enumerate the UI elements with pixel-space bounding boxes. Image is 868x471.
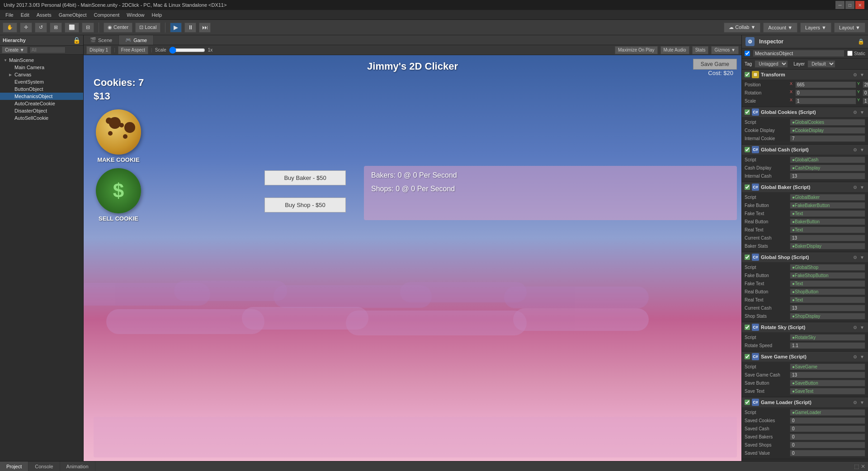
comp-rotatesky-checkbox[interactable] xyxy=(745,325,750,330)
gs-more-btn[interactable]: ▼ xyxy=(859,255,865,260)
component-save-game-header[interactable]: C# Save Game (Script) ⚙▼ xyxy=(742,352,868,362)
comp-transform-checkbox[interactable] xyxy=(745,72,750,77)
gc-settings-btn[interactable]: ⚙ xyxy=(852,110,858,115)
scale-x[interactable] xyxy=(795,98,856,104)
menu-window[interactable]: Window xyxy=(123,11,148,19)
rotate-tool-button[interactable]: ↺ xyxy=(35,23,47,33)
maximize-button[interactable]: □ xyxy=(845,1,854,9)
save-game-button[interactable]: Save Game xyxy=(693,59,737,70)
comp-settings-btn[interactable]: ⚙ xyxy=(852,72,858,77)
gb-settings-btn[interactable]: ⚙ xyxy=(852,185,858,190)
component-global-shop-header[interactable]: C# Global Shop (Script) ⚙▼ xyxy=(742,252,868,262)
minimize-button[interactable]: ─ xyxy=(835,1,844,9)
comp-savegame-checkbox[interactable] xyxy=(745,354,750,359)
hierarchy-lock-icon[interactable]: 🔒 xyxy=(73,37,80,44)
step-button[interactable]: ⏭ xyxy=(199,23,211,33)
menu-help[interactable]: Help xyxy=(148,11,165,19)
move-tool-button[interactable]: ✛ xyxy=(20,23,32,33)
center-button[interactable]: ◉ Center xyxy=(104,23,132,33)
hierarchy-create-button[interactable]: Create ▼ xyxy=(2,47,28,53)
gl-more-btn[interactable]: ▼ xyxy=(859,400,865,405)
maximize-on-play-button[interactable]: Maximize On Play xyxy=(615,46,658,54)
component-rotate-sky-header[interactable]: C# Rotate Sky (Script) ⚙▼ xyxy=(742,322,868,332)
hierarchy-item-canvas[interactable]: ▶ Canvas xyxy=(0,71,83,78)
object-name-field[interactable] xyxy=(753,50,844,57)
make-cookie-button[interactable]: MAKE COOKIE xyxy=(94,109,143,163)
comp-globalshop-checkbox[interactable] xyxy=(745,254,750,260)
object-active-checkbox[interactable] xyxy=(745,51,750,56)
layer-select[interactable]: Default xyxy=(807,60,835,68)
hierarchy-item-buttonobject[interactable]: ButtonObject xyxy=(0,85,83,93)
component-global-cash-header[interactable]: C# Global Cash (Script) ⚙▼ xyxy=(742,145,868,155)
scale-y[interactable] xyxy=(863,98,868,104)
static-checkbox[interactable] xyxy=(847,51,853,56)
rot-y[interactable] xyxy=(863,89,868,96)
gb-more-btn[interactable]: ▼ xyxy=(859,185,865,190)
tab-animation[interactable]: Animation xyxy=(60,462,95,471)
transform-tool-button[interactable]: ⊟ xyxy=(82,23,94,33)
comp-gameloader-checkbox[interactable] xyxy=(745,400,750,405)
tab-game[interactable]: 🎮 Game xyxy=(119,35,154,45)
component-global-baker-header[interactable]: C# Global Baker (Script) ⚙▼ xyxy=(742,182,868,192)
sg-more-btn[interactable]: ▼ xyxy=(859,354,865,359)
buy-shop-button[interactable]: Buy Shop - $50 xyxy=(264,198,346,212)
account-button[interactable]: Account ▼ xyxy=(763,23,797,33)
rot-x[interactable] xyxy=(795,89,856,96)
gs-settings-btn[interactable]: ⚙ xyxy=(852,255,858,260)
tab-scene[interactable]: 🎬 Scene xyxy=(84,35,119,45)
sell-cookie-button[interactable]: $ SELL COOKIE xyxy=(94,168,143,222)
buy-baker-button[interactable]: Buy Baker - $50 xyxy=(264,170,346,185)
gc-more-btn[interactable]: ▼ xyxy=(859,110,865,115)
tab-console[interactable]: Console xyxy=(28,462,60,471)
local-button[interactable]: ⊡ Local xyxy=(135,23,160,33)
menu-assets[interactable]: Assets xyxy=(33,11,55,19)
pos-y[interactable] xyxy=(863,81,868,88)
hierarchy-item-eventsystem[interactable]: EventSystem xyxy=(0,78,83,85)
comp-globalcash-checkbox[interactable] xyxy=(745,147,750,152)
inspector-lock-icon[interactable]: 🔒 xyxy=(858,38,864,45)
menu-file[interactable]: File xyxy=(2,11,17,19)
close-button[interactable]: ✕ xyxy=(855,1,864,9)
rs-settings-btn[interactable]: ⚙ xyxy=(852,325,858,330)
comp-globalbaker-checkbox[interactable] xyxy=(745,184,750,190)
tab-project[interactable]: Project xyxy=(0,462,28,471)
rect-tool-button[interactable]: ⬜ xyxy=(65,23,79,33)
component-transform-header[interactable]: ⊞ Transform ⚙ ▼ xyxy=(742,70,868,80)
hierarchy-item-mechanicsobject[interactable]: MechanicsObject xyxy=(0,93,83,100)
scale-tool-button[interactable]: ⊞ xyxy=(50,23,62,33)
aspect-button[interactable]: Free Aspect xyxy=(118,46,148,54)
tag-select[interactable]: Untagged xyxy=(755,60,788,68)
collab-button[interactable]: ☁ Collab ▼ xyxy=(724,23,760,33)
gizmos-button[interactable]: Gizmos ▼ xyxy=(711,46,739,54)
hierarchy-item-mainscene[interactable]: ▼ MainScene xyxy=(0,57,83,64)
gl-settings-btn[interactable]: ⚙ xyxy=(852,400,858,405)
pos-x[interactable] xyxy=(795,81,856,88)
panel-popout-btn[interactable]: ⬚ xyxy=(854,463,859,470)
hierarchy-search-input[interactable] xyxy=(29,47,66,53)
layout-button[interactable]: Layout ▼ xyxy=(834,23,865,33)
comp-more-btn[interactable]: ▼ xyxy=(859,72,865,77)
component-global-cookies-header[interactable]: C# Global Cookies (Script) ⚙▼ xyxy=(742,107,868,117)
mute-audio-button[interactable]: Mute Audio xyxy=(660,46,689,54)
component-game-loader-header[interactable]: C# Game Loader (Script) ⚙▼ xyxy=(742,397,868,407)
menu-edit[interactable]: Edit xyxy=(17,11,33,19)
display-button[interactable]: Display 1 xyxy=(86,46,111,54)
gcash-settings-btn[interactable]: ⚙ xyxy=(852,147,858,152)
play-button[interactable]: ▶ xyxy=(170,23,182,33)
hierarchy-item-autocreatecookie[interactable]: AutoCreateCookie xyxy=(0,100,83,107)
stats-button[interactable]: Stats xyxy=(692,46,709,54)
hierarchy-item-maincamera[interactable]: Main Camera xyxy=(0,64,83,71)
comp-globalcookies-checkbox[interactable] xyxy=(745,109,750,115)
scale-slider[interactable] xyxy=(169,48,205,52)
hand-tool-button[interactable]: ✋ xyxy=(3,23,17,33)
panel-close-btn[interactable]: ✕ xyxy=(861,463,865,470)
pause-button[interactable]: ⏸ xyxy=(184,23,196,33)
rs-more-btn[interactable]: ▼ xyxy=(859,325,865,330)
sg-settings-btn[interactable]: ⚙ xyxy=(852,354,858,359)
gcash-more-btn[interactable]: ▼ xyxy=(859,147,865,152)
layers-button[interactable]: Layers ▼ xyxy=(800,23,831,33)
menu-component[interactable]: Component xyxy=(90,11,123,19)
menu-gameobject[interactable]: GameObject xyxy=(55,11,90,19)
hierarchy-item-disasterobject[interactable]: DisasterObject xyxy=(0,107,83,114)
hierarchy-item-autosellcookie[interactable]: AutoSellCookie xyxy=(0,114,83,122)
